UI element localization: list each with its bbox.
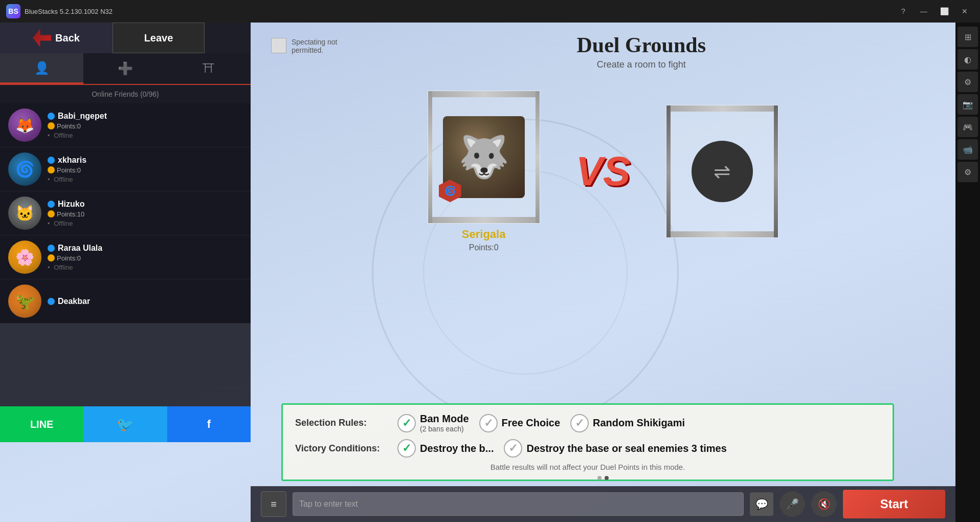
status-dot: • [48,132,50,139]
checkmark-gray-icon-2: ✓ [575,417,584,430]
twitter-icon: 🐦 [116,416,134,433]
friend-info: Hizuko Points:10 • Offline [48,200,242,227]
online-indicator [48,157,55,164]
help-button[interactable]: ? [894,4,912,18]
vs-label: VS [576,148,631,195]
rule-option-random-shikigami[interactable]: ✓ Random Shikigami [570,414,685,432]
chat-list-button[interactable]: ≡ [261,491,286,517]
checkmark-gray-icon-v2: ✓ [508,442,518,455]
friend-name: Babi_ngepet [48,112,242,121]
friend-name: Hizuko [48,200,242,209]
leave-button-label: Leave [144,32,173,44]
random-shikigami-label: Random Shikigami [593,417,685,429]
avatar: 🦊 [8,108,41,142]
opponent-card-inner: ⇌ [666,105,778,238]
online-indicator [48,298,55,305]
battle-note: Battle results will not affect your Duel… [295,463,880,471]
points-icon [48,254,55,262]
online-indicator [48,113,55,120]
victory-option-2[interactable]: ✓ Destroy the base or seal enemies 3 tim… [504,439,726,458]
friend-info: Babi_ngepet Points:0 • Offline [48,112,242,139]
sidebar-icon-3[interactable]: ⚙ [957,72,978,92]
victory2-label: Destroy the base or seal enemies 3 times [526,443,726,454]
victory-conditions-label: Victory Conditions: [295,443,387,454]
friend-list: 🦊 Babi_ngepet Points:0 • Offline [0,103,251,323]
friend-points-text: Points:0 [57,254,81,262]
friend-points-text: Points:0 [57,122,81,130]
sidebar-icon-7[interactable]: ⚙ [957,162,978,182]
sidebar-icon-4[interactable]: 📷 [957,94,978,115]
friend-status: • Offline [48,176,242,183]
player1-name: Serigala [462,228,506,241]
player1-points: Points:0 [469,243,499,252]
friend-name-text: Hizuko [58,200,84,209]
dot-1 [597,476,602,480]
left-panel: Back Leave 👤 ➕ ⛩ Online Friends (0/96) [0,23,251,442]
leave-button[interactable]: Leave [113,23,205,53]
faction-icon: 🌀 [444,185,456,197]
start-button[interactable]: Start [843,490,945,518]
battle-area: 🐺 🌀 Serigala Points:0 VS [251,80,955,263]
tab-add[interactable]: ➕ [83,53,167,84]
game-subtitle: Create a room to fight [348,59,935,70]
list-item[interactable]: 🐱 Hizuko Points:10 • Offline [0,191,251,235]
list-item[interactable]: 🌸 Raraa Ulala Points:0 • Offline [0,235,251,279]
random-shikigami-checkbox[interactable]: ✓ [570,414,589,432]
game-header: Spectating not permitted. Duel Grounds C… [251,23,955,80]
friend-points: Points:10 [48,210,242,218]
microphone-button[interactable]: 🎤 [779,491,805,517]
points-icon [48,122,55,129]
friend-name: Raraa Ulala [48,244,242,253]
sidebar-icon-5[interactable]: 🎮 [957,117,978,137]
friend-points: Points:0 [48,166,242,174]
free-choice-checkbox[interactable]: ✓ [479,414,498,432]
friends-header: Online Friends (0/96) [0,85,251,103]
minimize-button[interactable]: — [915,4,933,18]
victory-conditions-row: Victory Conditions: ✓ Destroy the b... ✓… [295,439,880,458]
facebook-button[interactable]: f [167,406,251,442]
selection-rules-label: Selection Rules: [295,418,387,428]
titlebar-controls: ? — ⬜ ✕ [894,4,974,18]
chat-emoji-button[interactable]: 💬 [750,492,773,516]
line-button[interactable]: LINE [0,406,83,442]
dot-indicators [597,476,609,480]
chat-input[interactable]: Tap to enter text [293,492,744,516]
tab-friends[interactable]: 👤 [0,53,83,84]
close-button[interactable]: ✕ [955,4,974,18]
tab-temple[interactable]: ⛩ [167,53,251,84]
back-button[interactable]: Back [0,23,113,53]
twitter-button[interactable]: 🐦 [83,406,167,442]
ban-mode-checkbox[interactable]: ✓ [397,414,416,432]
speaker-button[interactable]: 🔇 [811,491,837,517]
victory-option-1[interactable]: ✓ Destroy the b... [397,439,494,458]
victory1-checkbox[interactable]: ✓ [397,439,416,458]
list-item[interactable]: 🌀 xkharis Points:0 • Offline [0,147,251,191]
rule-option-free-choice[interactable]: ✓ Free Choice [479,414,560,432]
sidebar-icon-2[interactable]: ◐ [957,49,978,70]
friend-info: xkharis Points:0 • Offline [48,156,242,183]
friend-name-text: Deakbar [58,297,90,306]
dot-2 [605,476,609,480]
online-indicator [48,201,55,208]
list-item[interactable]: 🦖 Deakbar [0,279,251,323]
restore-button[interactable]: ⬜ [935,4,953,18]
titlebar-title: BlueStacks 5.2.130.1002 N32 [25,8,894,15]
facebook-icon: f [207,418,211,431]
rule-option-ban-mode[interactable]: ✓ Ban Mode (2 bans each) [397,413,469,433]
victory2-checkbox[interactable]: ✓ [504,439,522,458]
free-choice-label: Free Choice [502,417,560,429]
list-item[interactable]: 🦊 Babi_ngepet Points:0 • Offline [0,103,251,147]
sidebar-icon-6[interactable]: 📹 [957,139,978,160]
game-title-area: Duel Grounds Create a room to fight [348,33,935,70]
checkmark-green-icon-v1: ✓ [402,442,411,455]
checkmark-gray-icon: ✓ [484,417,493,430]
bluestacks-logo: BS [6,4,20,18]
sidebar-icon-1[interactable]: ⊞ [957,27,978,47]
selection-rules-row: Selection Rules: ✓ Ban Mode (2 bans each… [295,413,880,433]
ban-mode-sublabel: (2 bans each) [420,425,469,433]
friend-points-text: Points:10 [57,210,84,218]
spectate-text-2: permitted. [292,46,338,54]
friend-status-text: Offline [54,264,73,271]
game-title: Duel Grounds [348,33,935,57]
card-top-bar [432,91,536,97]
